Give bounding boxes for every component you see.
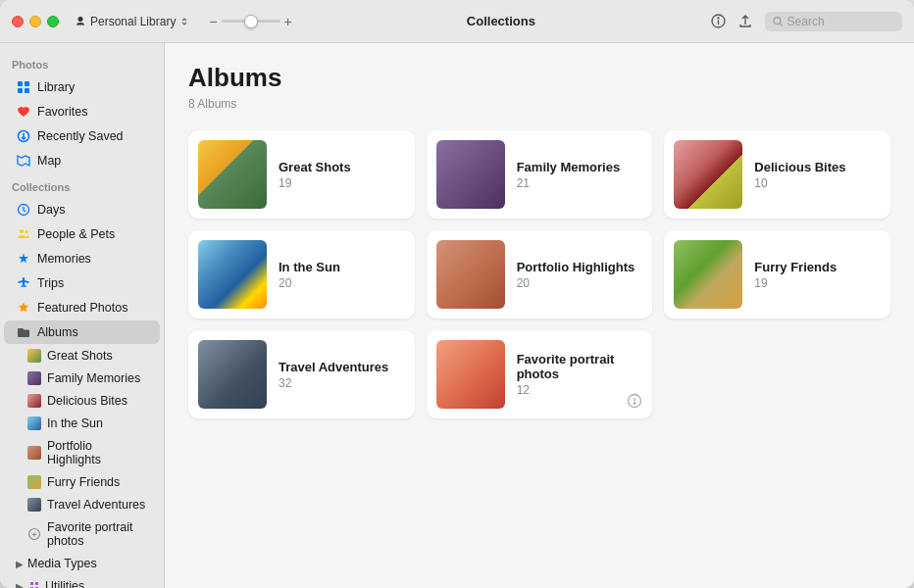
album-count: 10: [754, 176, 881, 190]
sidebar-item-featured-photos[interactable]: Featured Photos: [4, 296, 160, 319]
sidebar-item-albums[interactable]: Albums: [4, 320, 160, 344]
sidebar-item-family-memories[interactable]: Family Memories: [4, 368, 160, 389]
main-content: Photos Library Favorites: [0, 43, 914, 588]
arrow-down-icon: [16, 128, 31, 144]
search-bar[interactable]: [765, 12, 902, 31]
album-thumbnail: [436, 240, 505, 309]
zoom-out-button[interactable]: −: [209, 14, 217, 29]
zoom-slider[interactable]: − +: [209, 14, 291, 29]
album-info: In the Sun 20: [279, 260, 405, 290]
sidebar-featured-photos-label: Featured Photos: [37, 301, 127, 315]
travel-adventures-thumb-icon: [27, 498, 41, 512]
in-the-sun-thumb-icon: [27, 416, 41, 430]
sidebar-item-library[interactable]: Library: [4, 75, 160, 99]
sidebar-item-favorites[interactable]: Favorites: [4, 100, 160, 123]
album-count: 20: [279, 276, 405, 290]
sidebar-item-furry-friends[interactable]: Furry Friends: [4, 471, 160, 493]
sidebar-item-travel-adventures[interactable]: Travel Adventures: [4, 494, 160, 515]
sidebar-item-recently-saved[interactable]: Recently Saved: [4, 124, 160, 148]
sidebar-in-the-sun-label: In the Sun: [47, 416, 103, 430]
sidebar-item-in-the-sun[interactable]: In the Sun: [4, 413, 160, 434]
album-card-favorite-portrait-photos[interactable]: Favorite portrait photos 12: [427, 330, 653, 418]
portfolio-thumb-icon: [27, 446, 41, 460]
album-count: 19: [279, 176, 405, 190]
sidebar-item-days[interactable]: Days: [4, 198, 160, 221]
album-name: Favorite portrait photos: [517, 352, 643, 381]
sidebar-item-memories[interactable]: Memories: [4, 247, 160, 270]
sidebar-memories-label: Memories: [37, 252, 91, 266]
album-name: Portfolio Highlights: [517, 260, 643, 274]
album-card-furry-friends[interactable]: Furry Friends 19: [664, 230, 890, 318]
map-icon: [16, 153, 31, 169]
album-thumbnail: [674, 240, 742, 309]
sidebar-item-media-types[interactable]: ▶ Media Types: [4, 553, 160, 574]
sidebar-item-great-shots[interactable]: Great Shots: [4, 345, 160, 367]
chevron-right-icon-2: ▶: [16, 581, 24, 589]
traffic-lights: [12, 16, 59, 27]
album-card-in-the-sun[interactable]: In the Sun 20: [188, 230, 415, 318]
search-input[interactable]: [787, 15, 894, 28]
zoom-in-button[interactable]: +: [284, 14, 292, 29]
sidebar-item-map[interactable]: Map: [4, 149, 160, 172]
album-thumbnail: [674, 140, 742, 209]
svg-line-4: [781, 24, 783, 25]
collections-section-label: Collections: [0, 173, 164, 197]
sidebar-item-utilities[interactable]: ▶ Utilities: [4, 575, 160, 588]
maximize-button[interactable]: [47, 16, 59, 27]
album-card-delicious-bites[interactable]: Delicious Bites 10: [664, 130, 890, 219]
great-shots-thumb-icon: [27, 349, 41, 363]
album-card-great-shots[interactable]: Great Shots 19: [188, 130, 415, 219]
person-group-icon: [16, 226, 31, 242]
main-window: Personal Library − + Collections: [0, 0, 914, 588]
sidebar-item-delicious-bites[interactable]: Delicious Bites: [4, 390, 160, 412]
sidebar-item-portfolio-highlights[interactable]: Portfolio Highlights: [4, 435, 160, 470]
album-info: Portfolio Highlights 20: [517, 260, 643, 290]
sidebar-item-trips[interactable]: Trips: [4, 271, 160, 295]
library-selector[interactable]: Personal Library: [75, 15, 189, 28]
sidebar-item-favorite-portrait-photos[interactable]: Favorite portrait photos: [4, 516, 160, 552]
svg-point-20: [635, 403, 636, 405]
library-label: Personal Library: [90, 15, 176, 28]
album-info: Great Shots 19: [279, 160, 405, 190]
svg-rect-7: [18, 88, 23, 93]
album-info: Furry Friends 19: [754, 260, 881, 290]
album-count: 20: [517, 276, 643, 290]
svg-rect-6: [25, 81, 29, 86]
info-button[interactable]: [710, 14, 726, 29]
svg-rect-8: [25, 88, 29, 93]
svg-rect-5: [18, 81, 23, 86]
album-card-family-memories[interactable]: Family Memories 21: [427, 130, 653, 219]
album-info: Delicious Bites 10: [754, 160, 881, 190]
titlebar-actions: [710, 12, 902, 31]
album-thumbnail: [198, 240, 267, 309]
album-info: Favorite portrait photos 12: [517, 352, 643, 397]
share-button[interactable]: [737, 14, 753, 29]
sidebar-albums-label: Albums: [37, 325, 78, 339]
sidebar-delicious-bites-label: Delicious Bites: [47, 394, 127, 408]
photos-section-label: Photos: [0, 51, 164, 74]
slider-track[interactable]: [222, 20, 280, 23]
albums-count: 8 Albums: [188, 97, 890, 111]
sidebar-media-types-label: Media Types: [27, 557, 97, 570]
utilities-icon: [27, 579, 41, 588]
airplane-icon: [16, 275, 31, 291]
sidebar-family-memories-label: Family Memories: [47, 371, 140, 385]
album-name: Delicious Bites: [754, 160, 881, 174]
svg-point-14: [25, 230, 28, 233]
chevron-right-icon: ▶: [16, 559, 24, 569]
sidebar-furry-friends-label: Furry Friends: [47, 475, 120, 489]
clock-icon: [16, 202, 31, 218]
minimize-button[interactable]: [29, 16, 41, 27]
sidebar-item-people-pets[interactable]: People & Pets: [4, 222, 160, 246]
album-settings-icon[interactable]: [627, 393, 644, 411]
titlebar: Personal Library − + Collections: [0, 0, 914, 43]
album-card-portfolio-highlights[interactable]: Portfolio Highlights 20: [427, 230, 653, 318]
sidebar-travel-adventures-label: Travel Adventures: [47, 498, 145, 512]
album-card-travel-adventures[interactable]: Travel Adventures 32: [188, 330, 415, 418]
family-memories-thumb-icon: [27, 371, 41, 385]
album-info: Travel Adventures 32: [279, 360, 405, 390]
slider-thumb[interactable]: [244, 15, 258, 28]
close-button[interactable]: [12, 16, 24, 27]
svg-point-3: [774, 17, 781, 24]
svg-point-2: [718, 18, 719, 19]
